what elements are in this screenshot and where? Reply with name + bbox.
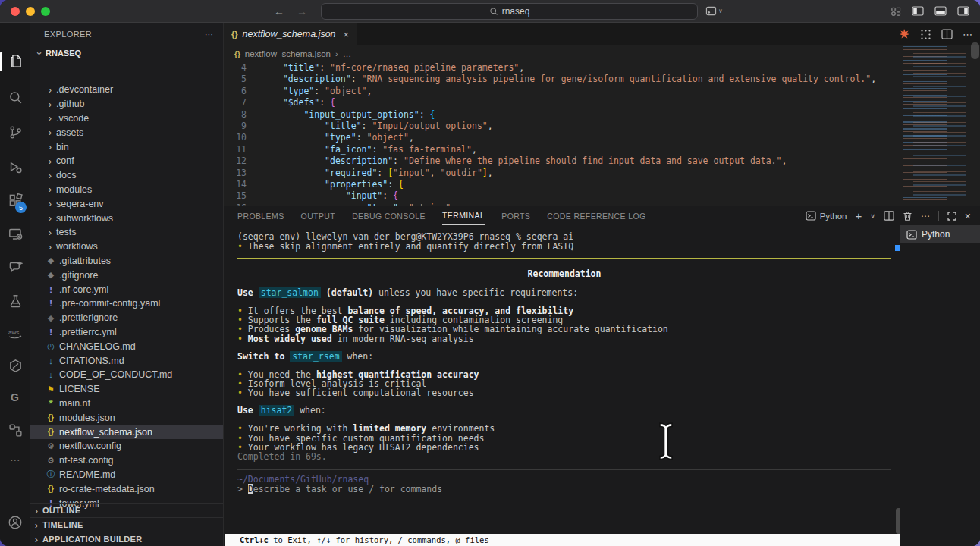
toggle-secondary-sidebar-icon[interactable] <box>957 6 969 16</box>
additional-views-button[interactable]: ⋯ <box>0 446 30 473</box>
toggle-primary-sidebar-icon[interactable] <box>912 6 924 16</box>
customize-layout-icon[interactable] <box>891 7 901 16</box>
diagram-view-button[interactable] <box>0 416 30 444</box>
maximize-panel-icon[interactable] <box>947 212 956 221</box>
tree-folder[interactable]: modules <box>30 183 223 197</box>
chat-icon <box>8 260 23 275</box>
tree-file[interactable]: ↓CITATIONS.md <box>30 353 223 368</box>
chevron-right-icon <box>44 184 56 195</box>
accounts-button[interactable] <box>0 509 30 536</box>
tree-file[interactable]: ◷CHANGELOG.md <box>30 339 223 353</box>
terminal-list-item-python[interactable]: Python <box>900 225 980 243</box>
aws-icon: aws <box>6 327 24 340</box>
prettier-file-icon: ◆ <box>44 313 58 323</box>
tree-folder[interactable]: .vscode <box>30 111 223 126</box>
kill-terminal-trash-icon[interactable] <box>903 211 912 221</box>
license-file-icon: ⚑ <box>44 384 58 394</box>
minimap[interactable] <box>900 42 975 204</box>
tree-file[interactable]: *main.nf <box>30 397 223 411</box>
zoom-window-button[interactable] <box>41 7 50 16</box>
terminal-input[interactable]: > Describe a task or use / for commands <box>237 484 900 494</box>
source-control-view-button[interactable] <box>0 118 30 146</box>
tree-root-rnaseq[interactable]: RNASEQ <box>30 46 223 61</box>
diagram-icon <box>8 423 23 438</box>
tab-ports[interactable]: PORTS <box>501 206 530 225</box>
tab-terminal[interactable]: TERMINAL <box>442 206 485 225</box>
panel-more-actions-icon[interactable]: ⋯ <box>921 211 930 221</box>
code-area[interactable]: 4 "title": "nf-core/rnaseq pipeline para… <box>224 62 898 206</box>
tree-folder[interactable]: bin <box>30 140 223 154</box>
editor-more-actions-icon[interactable]: ⋯ <box>963 29 972 40</box>
explorer-view-button[interactable] <box>0 47 30 74</box>
shell-selector[interactable]: Python <box>806 211 847 221</box>
code-line: 8 "input_output_options": { <box>224 109 898 121</box>
toggle-panel-icon[interactable] <box>934 6 947 16</box>
terminal-dropdown-icon[interactable]: ∨ <box>870 212 875 220</box>
testing-view-button[interactable] <box>0 287 30 315</box>
tree-file[interactable]: !.pre-commit-config.yaml <box>30 297 223 311</box>
gitlens-view-button[interactable]: G <box>0 384 30 411</box>
minimize-window-button[interactable] <box>26 7 35 16</box>
split-editor-icon[interactable] <box>941 29 953 39</box>
hexagon-view-button[interactable] <box>0 352 30 379</box>
settings-button[interactable]: ⚙ <box>0 543 30 546</box>
application-builder-section[interactable]: APPLICATION BUILDER <box>30 532 223 546</box>
search-view-button[interactable] <box>0 83 30 111</box>
tree-folder[interactable]: assets <box>30 125 223 140</box>
editor-scrollbar[interactable] <box>971 42 979 59</box>
tree-folder[interactable]: docs <box>30 168 223 183</box>
chevron-right-icon <box>44 198 56 209</box>
tab-output[interactable]: OUTPUT <box>301 206 336 225</box>
close-panel-icon[interactable]: × <box>965 210 971 222</box>
tree-file[interactable]: ⓘREADME.md <box>30 468 223 482</box>
tree-folder[interactable]: subworkflows <box>30 211 223 225</box>
gitlens-icon: G <box>8 390 23 405</box>
tree-folder[interactable]: tests <box>30 225 223 240</box>
terminal-output[interactable]: (seqera-env) llewelyn-van-der-berg@KTW2Y… <box>224 225 900 534</box>
file-tree: .devcontainer .github .vscode assets bin… <box>30 83 223 510</box>
tab-debug-console[interactable]: DEBUG CONSOLE <box>352 206 426 225</box>
tree-file-selected[interactable]: {}nextflow_schema.json <box>30 425 223 439</box>
tree-file[interactable]: !.nf-core.yml <box>30 282 223 297</box>
code-line: 4 "title": "nf-core/rnaseq pipeline para… <box>224 62 898 74</box>
aws-view-button[interactable]: aws <box>0 320 30 347</box>
layout-preview-button[interactable]: ∨ <box>705 6 723 16</box>
timeline-section[interactable]: TIMELINE <box>30 517 223 532</box>
outline-section[interactable]: OUTLINE <box>30 503 223 517</box>
split-terminal-icon[interactable] <box>884 211 894 221</box>
explorer-more-actions-icon[interactable]: ⋯ <box>205 30 214 39</box>
editor-tab-bar: {} nextflow_schema.json × ⋯ <box>224 23 980 46</box>
remote-explorer-view-button[interactable] <box>0 220 30 247</box>
run-debug-view-button[interactable] <box>0 153 30 180</box>
close-window-button[interactable] <box>11 7 20 16</box>
close-tab-icon[interactable]: × <box>344 29 350 40</box>
tree-file[interactable]: ◆.gitattributes <box>30 254 223 268</box>
breadcrumb[interactable]: {} nextflow_schema.json › … <box>224 46 980 62</box>
tree-folder[interactable]: workflows <box>30 240 223 254</box>
tree-file[interactable]: ⚙nextflow.config <box>30 439 223 453</box>
back-button[interactable]: ← <box>274 5 284 17</box>
tree-file[interactable]: ⚙nf-test.config <box>30 453 223 468</box>
terminal-cursor: D <box>248 484 253 494</box>
tree-folder[interactable]: .devcontainer <box>30 83 223 97</box>
command-center-search[interactable]: rnaseq <box>321 3 698 20</box>
tree-folder[interactable]: seqera-env <box>30 196 223 211</box>
tree-file[interactable]: ⚑LICENSE <box>30 382 223 397</box>
nf-core-schema-icon[interactable] <box>898 28 910 40</box>
tab-code-reference-log[interactable]: CODE REFERENCE LOG <box>547 206 645 225</box>
forward-button[interactable]: → <box>297 5 307 17</box>
tree-folder[interactable]: conf <box>30 154 223 168</box>
tab-nextflow-schema[interactable]: {} nextflow_schema.json × <box>224 23 357 46</box>
tree-file[interactable]: ◆.gitignore <box>30 268 223 282</box>
tree-file[interactable]: !.prettierrc.yml <box>30 325 223 340</box>
dotted-grid-icon[interactable] <box>920 29 931 40</box>
tab-problems[interactable]: PROBLEMS <box>237 206 284 225</box>
chevron-right-icon <box>30 534 42 545</box>
new-terminal-button[interactable]: + <box>855 209 862 222</box>
tree-file[interactable]: ◆.prettierignore <box>30 311 223 325</box>
tree-file[interactable]: {}modules.json <box>30 410 223 425</box>
tree-file[interactable]: {}ro-crate-metadata.json <box>30 482 223 496</box>
chat-view-button[interactable] <box>0 253 30 281</box>
tree-folder[interactable]: .github <box>30 97 223 111</box>
tree-file[interactable]: ↓CODE_OF_CONDUCT.md <box>30 368 223 382</box>
